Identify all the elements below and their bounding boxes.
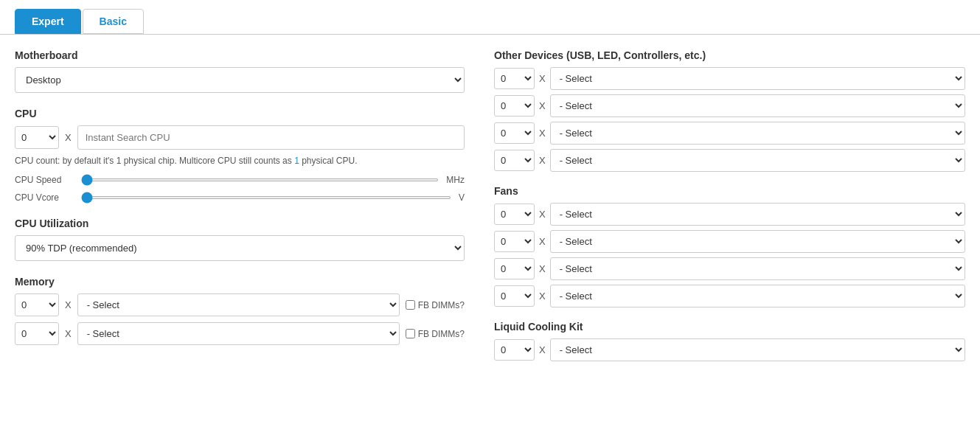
cpu-speed-label: CPU Speed	[15, 175, 74, 185]
memory-row-1: 01248 X - Select FB DIMMs?	[15, 293, 465, 316]
liquid-cooling-x-1: X	[539, 344, 546, 355]
liquid-cooling-row-1: 0123 X - Select	[494, 338, 965, 361]
fan-row-3: 0123 X - Select	[494, 257, 965, 280]
cpu-vcore-row: CPU Vcore V	[15, 192, 465, 203]
fan-x-3: X	[539, 263, 546, 274]
fb-dimms-label-2: FB DIMMs?	[406, 329, 465, 339]
other-device-qty-4[interactable]: 0123	[494, 150, 535, 171]
cpu-x-label: X	[65, 132, 72, 143]
fb-dimms-checkbox-1[interactable]	[406, 300, 415, 310]
other-device-x-2: X	[539, 100, 546, 111]
memory-type-select-2[interactable]: - Select	[77, 322, 400, 345]
other-device-select-2[interactable]: - Select	[550, 94, 965, 117]
fb-dimms-text-1: FB DIMMs?	[418, 300, 465, 310]
cpu-utilization-label: CPU Utilization	[15, 218, 465, 229]
cpu-speed-unit: MHz	[446, 175, 465, 185]
fan-x-4: X	[539, 291, 546, 302]
liquid-cooling-qty-1[interactable]: 0123	[494, 339, 535, 361]
cpu-search-input[interactable]	[77, 125, 465, 150]
fan-row-1: 0123 X - Select	[494, 203, 965, 226]
cpu-hint-highlight: 1	[294, 156, 299, 166]
other-device-row-3: 0123 X - Select	[494, 122, 965, 145]
motherboard-section: Motherboard Desktop Server Workstation	[15, 49, 465, 93]
other-device-qty-3[interactable]: 0123	[494, 122, 535, 144]
other-device-x-3: X	[539, 128, 546, 139]
other-device-row-4: 0123 X - Select	[494, 149, 965, 172]
tab-expert[interactable]: Expert	[15, 9, 81, 34]
other-device-qty-2[interactable]: 0123	[494, 95, 535, 117]
cpu-qty-select[interactable]: 0 1 2 3 4	[15, 126, 59, 149]
memory-section: Memory 01248 X - Select FB DIMMs? 01248	[15, 276, 465, 345]
other-device-select-3[interactable]: - Select	[550, 122, 965, 145]
cpu-utilization-select[interactable]: 90% TDP (recommended) 100% TDP 50% TDP	[15, 235, 465, 261]
cpu-vcore-slider[interactable]	[81, 196, 451, 199]
main-content: Motherboard Desktop Server Workstation C…	[0, 35, 980, 389]
other-devices-section: Other Devices (USB, LED, Controllers, et…	[494, 49, 965, 172]
memory-qty-select-1[interactable]: 01248	[15, 293, 59, 316]
left-panel: Motherboard Desktop Server Workstation C…	[15, 49, 465, 375]
fan-select-1[interactable]: - Select	[550, 203, 965, 226]
fans-label: Fans	[494, 185, 965, 197]
cpu-speed-slider[interactable]	[81, 178, 439, 181]
cpu-speed-row: CPU Speed MHz	[15, 175, 465, 185]
tabs-container: Expert Basic	[0, 0, 980, 35]
fan-select-3[interactable]: - Select	[550, 257, 965, 280]
fan-qty-4[interactable]: 0123	[494, 285, 535, 307]
fan-qty-1[interactable]: 0123	[494, 204, 535, 225]
fan-x-1: X	[539, 209, 546, 220]
fb-dimms-checkbox-2[interactable]	[406, 329, 415, 338]
liquid-cooling-select-1[interactable]: - Select	[550, 338, 965, 361]
other-device-qty-1[interactable]: 01234	[494, 68, 535, 89]
liquid-cooling-label: Liquid Cooling Kit	[494, 321, 965, 333]
cpu-label: CPU	[15, 108, 465, 119]
memory-qty-select-2[interactable]: 01248	[15, 322, 59, 345]
other-device-x-1: X	[539, 73, 546, 84]
other-devices-label: Other Devices (USB, LED, Controllers, et…	[494, 49, 965, 61]
fans-section: Fans 0123 X - Select 0123 X - Select	[494, 185, 965, 307]
fan-select-2[interactable]: - Select	[550, 230, 965, 253]
cpu-section: CPU 0 1 2 3 4 X CPU count: by default it…	[15, 108, 465, 203]
fan-qty-2[interactable]: 0123	[494, 231, 535, 252]
fan-row-4: 0123 X - Select	[494, 285, 965, 307]
cpu-vcore-label: CPU Vcore	[15, 192, 74, 203]
cpu-hint: CPU count: by default it's 1 physical ch…	[15, 154, 465, 167]
fan-qty-3[interactable]: 0123	[494, 258, 535, 279]
fan-select-4[interactable]: - Select	[550, 285, 965, 307]
fb-dimms-label-1: FB DIMMs?	[406, 300, 465, 310]
cpu-row: 0 1 2 3 4 X	[15, 125, 465, 150]
other-device-select-4[interactable]: - Select	[550, 149, 965, 172]
memory-type-select-1[interactable]: - Select	[77, 293, 400, 316]
memory-label: Memory	[15, 276, 465, 288]
motherboard-label: Motherboard	[15, 49, 465, 61]
cpu-vcore-unit: V	[459, 192, 465, 203]
fan-row-2: 0123 X - Select	[494, 230, 965, 253]
fb-dimms-text-2: FB DIMMs?	[418, 329, 465, 339]
memory-row-2: 01248 X - Select FB DIMMs?	[15, 322, 465, 345]
memory-x-label-2: X	[65, 328, 72, 339]
liquid-cooling-section: Liquid Cooling Kit 0123 X - Select	[494, 321, 965, 361]
cpu-utilization-section: CPU Utilization 90% TDP (recommended) 10…	[15, 218, 465, 261]
fan-x-2: X	[539, 236, 546, 247]
other-device-row-1: 01234 X - Select	[494, 67, 965, 90]
memory-x-label-1: X	[65, 299, 72, 310]
other-device-x-4: X	[539, 155, 546, 166]
other-device-select-1[interactable]: - Select	[550, 67, 965, 90]
right-panel: Other Devices (USB, LED, Controllers, et…	[494, 49, 965, 375]
motherboard-select[interactable]: Desktop Server Workstation	[15, 67, 465, 93]
tab-basic[interactable]: Basic	[83, 9, 144, 34]
other-device-row-2: 0123 X - Select	[494, 94, 965, 117]
